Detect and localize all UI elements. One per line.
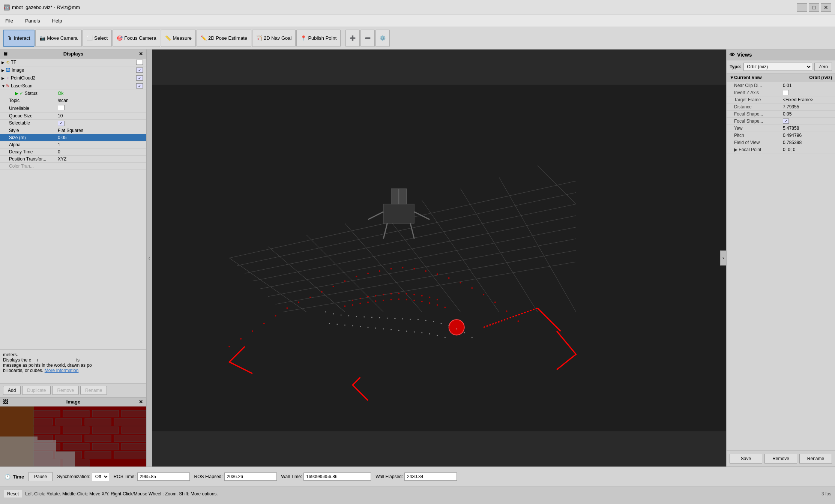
yaw-key: Yaw [734,126,783,131]
prop-style: Style Flat Squares [0,127,146,134]
sync-select[interactable]: Off [92,472,109,481]
right-collapse-handle[interactable]: › [720,250,726,266]
rename-view-button[interactable]: Rename [799,454,832,464]
select-button[interactable]: ⬜ Select [83,30,112,47]
reset-button[interactable]: Reset [4,490,22,498]
focal-point-val[interactable]: 0; 0; 0 [783,147,832,152]
target-frame-key: Target Frame [734,97,783,102]
zero-button[interactable]: Zero [814,63,832,71]
current-view-header[interactable]: ▼ Current View Orbit (rviz) [727,74,835,82]
focal-shape1-val[interactable]: 0.05 [783,111,832,117]
near-clip-val[interactable]: 0.01 [783,83,832,88]
minimize-button[interactable]: – [797,3,807,12]
save-view-button[interactable]: Save [730,454,762,464]
fov-val[interactable]: 0.785398 [783,140,832,145]
status-hint: Left-Click: Rotate. Middle-Click: Move X… [25,491,218,496]
pointcloud-checkbox[interactable]: ✓ [136,75,143,81]
svg-point-104 [413,300,415,301]
wall-time-input[interactable] [303,472,371,481]
rename-button[interactable]: Rename [80,386,107,395]
clock-icon: 🕐 [5,474,11,480]
cursor-icon: 🖱 [8,35,12,41]
svg-point-128 [456,328,457,329]
svg-point-130 [472,337,473,338]
pose-estimate-button[interactable]: ✏️ 2D Pose Estimate [197,30,251,47]
svg-point-129 [464,332,465,333]
prop-size[interactable]: Size (m) 0.05 [0,134,146,141]
sync-group: Synchronization: Off [57,472,109,481]
image-panel-collapse[interactable]: ✕ [139,399,143,405]
type-label: Type: [730,64,741,69]
sync-label: Synchronization: [57,474,90,479]
duplicate-button[interactable]: Duplicate [22,386,51,395]
ros-time-input[interactable] [137,472,190,481]
prop-style-val[interactable]: Flat Squares [58,128,143,133]
tree-item-pointcloud2[interactable]: ▶ ⁘ PointCloud2 ✓ [0,74,146,82]
robot-indicator [449,320,464,335]
svg-point-111 [325,311,326,312]
tree-item-tf[interactable]: ▶ ⟲ TF [0,58,146,66]
menu-panels[interactable]: Panels [23,16,42,25]
svg-point-125 [433,321,434,322]
move-camera-button[interactable]: 📷 Move Camera [35,30,82,47]
menu-help[interactable]: Help [50,16,65,25]
focal-shape2-checkbox[interactable]: ✓ [783,118,789,124]
prop-topic-val[interactable]: /scan [58,98,143,103]
pause-button[interactable]: Pause [29,472,53,481]
wall-elapsed-input[interactable] [404,472,457,481]
pitch-val[interactable]: 0.494796 [783,133,832,138]
toolbar-separator [343,31,343,46]
maximize-button[interactable]: □ [809,3,819,12]
prop-alpha-val[interactable]: 1 [58,142,143,147]
unreliable-checkbox[interactable] [58,105,65,110]
description-text3: message as points in the world, drawn as… [3,363,143,368]
remove-tool-button[interactable]: ➖ [360,30,375,47]
tree-item-image[interactable]: ▶ 🖼 Image ✓ [0,66,146,74]
focus-camera-button[interactable]: 🎯 Focus Camera [113,30,160,47]
add-tool-button[interactable]: ➕ [345,30,360,47]
view-prop-distance: Distance 7.79355 [727,104,835,111]
svg-point-96 [352,304,353,306]
prop-position-val[interactable]: XYZ [58,156,143,162]
prop-size-val[interactable]: 0.05 [58,135,143,140]
settings-button[interactable]: ⚙️ [375,30,390,47]
view-type-select[interactable]: Orbit (rviz) [743,63,812,71]
remove-button[interactable]: Remove [52,386,79,395]
pose-icon: ✏️ [201,35,207,41]
remove-view-button[interactable]: Remove [764,454,797,464]
target-frame-val[interactable]: <Fixed Frame> [783,97,832,102]
svg-point-59 [252,330,253,332]
tf-checkbox[interactable] [136,60,143,65]
svg-point-106 [429,302,430,304]
3d-viewport[interactable]: › [152,50,726,466]
view-prop-target-frame: Target Frame <Fixed Frame> [727,96,835,104]
displays-collapse-icon[interactable]: ✕ [139,51,143,57]
tree-item-laserscan[interactable]: ▼ ↻ LaserScan ✓ [0,82,146,90]
svg-point-138 [383,328,384,329]
close-button[interactable]: ✕ [821,3,831,12]
measure-button[interactable]: 📏 Measure [161,30,196,47]
menu-file[interactable]: File [3,16,15,25]
selectable-checkbox[interactable]: ✓ [58,121,65,126]
distance-val[interactable]: 7.79355 [783,104,832,110]
left-collapse-handle[interactable]: ‹ [146,50,152,466]
add-button[interactable]: Add [3,386,21,395]
focal-shape2-key: Focal Shape... [734,118,783,124]
prop-decay-val[interactable]: 0 [58,149,143,154]
svg-point-133 [344,324,345,326]
yaw-val[interactable]: 5.47858 [783,126,832,131]
svg-point-117 [371,317,372,318]
more-info-link[interactable]: More Information [45,368,79,373]
prop-unreliable: Unreliable [0,104,146,112]
ros-time-group: ROS Time: [114,472,190,481]
interact-button[interactable]: 🖱 Interact [3,30,35,47]
publish-point-button[interactable]: 📍 Publish Point [296,30,341,47]
nav-goal-button[interactable]: 🏹 2D Nav Goal [252,30,296,47]
ros-elapsed-input[interactable] [224,472,277,481]
measure-icon: 📏 [165,35,171,41]
laserscan-checkbox[interactable]: ✓ [136,83,143,88]
image-checkbox[interactable]: ✓ [136,68,143,73]
prop-queue-val[interactable]: 10 [58,113,143,118]
invert-z-checkbox[interactable] [783,90,789,95]
title-bar-controls[interactable]: – □ ✕ [797,3,831,12]
